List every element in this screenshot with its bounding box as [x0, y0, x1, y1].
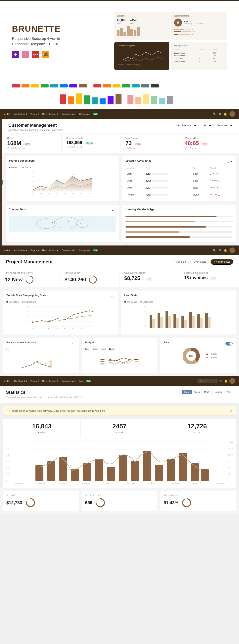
svg-rect-72	[182, 316, 184, 328]
stats-nav-docs[interactable]: Documentation	[62, 380, 76, 382]
cm-filter-row: Latest Products USA December	[172, 123, 233, 128]
double-click-legend: Click Rate Impressions	[6, 301, 115, 303]
svg-rect-66	[158, 313, 160, 328]
new-projects-donut	[25, 275, 34, 284]
sales-icon: ↗	[116, 431, 117, 434]
svg-rect-81	[50, 364, 52, 367]
hero-section: BRUNETTE Responsive Boostrap 4 Admin Das…	[0, 0, 239, 109]
pm-search-icon[interactable]: 🔍	[213, 249, 216, 252]
risk-donut-svg: Risk	[179, 348, 203, 364]
budget-more[interactable]: ···	[152, 342, 154, 345]
svg-rect-64	[150, 315, 152, 328]
svg-text:100: 100	[27, 306, 30, 308]
period-today-btn[interactable]: Today	[182, 390, 192, 394]
cm-nav-docs[interactable]: Documentation	[62, 113, 76, 115]
double-click-chart-svg: 100 75 50 25 Sun Mon Tue Wed Thu	[6, 305, 115, 330]
pm-balance-card: Balance Sheet Statistics × + 50 42	[3, 338, 79, 373]
period-filter[interactable]: December	[214, 123, 233, 128]
pm-lead-stats-card: Lead Stats ··· Win Leads Lost Leads 500 …	[121, 290, 236, 334]
products-filter[interactable]: Latest Products	[172, 123, 197, 128]
pm-nav-docs[interactable]: Documentation	[62, 249, 76, 252]
preview-card-table: Manage Users NameStatusScore Joseph Lars…	[172, 42, 227, 70]
balance-close[interactable]: +	[74, 342, 75, 345]
stats-nav-log[interactable]: Log	[79, 380, 83, 382]
cm-nav-ui[interactable]: User Interface ▼	[42, 113, 59, 115]
pm-nav-application[interactable]: Application ▼	[14, 249, 28, 252]
svg-text:Thu: Thu	[64, 328, 67, 330]
cm-changelog-badge: 3.9	[93, 113, 98, 115]
lead-stats-more[interactable]: ···	[231, 295, 233, 298]
cm-nav-items: Application ▼ Pages ▼ User Interface ▼ D…	[14, 113, 209, 115]
stats-nav-ui[interactable]: User Interface ▼	[42, 380, 59, 382]
cm-avatar[interactable]	[230, 111, 235, 117]
region-filter[interactable]: USA	[198, 123, 212, 128]
stats-settings-icon[interactable]: ⚙	[220, 380, 222, 382]
alert-close-button[interactable]: ✕	[230, 409, 232, 413]
period-year-btn[interactable]: Year	[224, 390, 233, 394]
gender-age-title: Users by Gender & Age	[126, 208, 154, 211]
hero-content: BRUNETTE Responsive Boostrap 4 Admin Das…	[0, 1, 239, 81]
pm-avatar[interactable]	[230, 248, 235, 253]
lead-stats-chart-svg: 500 400 300 200 100 0	[124, 305, 233, 330]
svg-text:400: 400	[144, 310, 146, 312]
compare-button[interactable]: Compare	[173, 259, 189, 264]
svg-rect-98	[119, 455, 127, 481]
cm-nav-changelog[interactable]: Changelog	[79, 113, 90, 115]
stats-bell-icon[interactable]: 🔔	[224, 380, 228, 382]
cm-stat-contacts: New Contacts 73 -0.8% 190 Targeted	[121, 134, 180, 153]
cm-search-icon[interactable]: 🔍	[213, 112, 216, 116]
cm-nav-application[interactable]: Application ▼	[14, 113, 28, 115]
svg-rect-92	[48, 461, 55, 481]
new-project-button[interactable]: + New Projects	[210, 259, 233, 264]
svg-rect-91	[36, 465, 44, 481]
cm-main: Customer Management Questions about onbo…	[2, 119, 239, 246]
stats-search-input[interactable]	[198, 379, 218, 383]
period-quarter-btn[interactable]: Quarter	[212, 390, 224, 394]
stats-alert-text: You're profile is waiting to be activate…	[12, 410, 106, 412]
pm-nav-pages[interactable]: Pages ▼	[30, 249, 40, 252]
period-month-btn[interactable]: Month	[202, 390, 212, 394]
svg-text:300: 300	[144, 315, 146, 317]
pm-settings-icon[interactable]: ⚙	[219, 249, 221, 252]
pm-nav-icons: 🔍 ⚙ 🔔	[213, 248, 235, 253]
svg-rect-0	[60, 94, 66, 104]
risk-toggle[interactable]	[226, 342, 233, 346]
cm-nav-pages[interactable]: Pages ▼	[30, 113, 40, 115]
gender-age-more[interactable]: ···	[231, 210, 233, 212]
svg-text:20: 20	[32, 176, 34, 178]
a2-dot	[93, 348, 94, 350]
svg-point-111	[183, 499, 190, 507]
cm-nav-icons: 🔍 ⚙ 🔔	[213, 111, 235, 117]
pm-lead-stats-title: Lead Stats	[124, 294, 138, 297]
my-projects-button[interactable]: My Projects	[190, 259, 209, 264]
hero-subtitle: Responsive Boostrap 4 Admin Dashboard Te…	[12, 36, 106, 47]
npm-icon: npm	[32, 51, 39, 58]
stats-nav-dashboard[interactable]: Dashboard ▼	[14, 380, 28, 382]
desktop-dot	[9, 166, 10, 168]
svg-point-35	[52, 222, 53, 223]
cm-bell-icon[interactable]: 🔔	[224, 112, 227, 116]
pm-bell-icon[interactable]: 🔔	[224, 249, 227, 252]
cm-learn-more-link[interactable]: Learn more.	[51, 129, 64, 132]
balance-expand[interactable]: ×	[72, 342, 73, 345]
stats-avatar[interactable]	[230, 378, 235, 384]
svg-rect-102	[167, 459, 175, 481]
pm-nav-ui[interactable]: User Interface ▼	[42, 249, 59, 252]
period-week-btn[interactable]: Week	[192, 390, 202, 394]
pm-nav-changelog[interactable]: Changelog	[79, 249, 90, 252]
alert-icon: ⓘ	[6, 409, 10, 413]
svg-text:x1: x1	[32, 192, 34, 194]
cm-settings-icon[interactable]: ⚙	[219, 112, 221, 116]
table-row: Views 5,623 53,637	[126, 184, 233, 191]
svg-rect-5	[100, 98, 106, 104]
pm-page-header: Project Management Compare My Projects +…	[0, 255, 239, 269]
pm-page-title: Project Management	[6, 259, 53, 264]
pm-kpi-row: NEW PROJECTS THIS MONTH 12 New ACTIVE BU…	[0, 269, 239, 287]
stats-kpi-views: 16,843 ● Views	[3, 419, 81, 438]
win-leads-dot	[124, 301, 126, 303]
pm-bottom-row: Balance Sheet Statistics × + 50 42 Budge…	[0, 338, 239, 376]
svg-rect-10	[144, 94, 150, 104]
leads-badge: +12.5%	[85, 142, 94, 145]
stats-nav-items: Dashboard ▼ Pages ▼ User Interface ▼ Doc…	[14, 380, 194, 382]
stats-nav-pages[interactable]: Pages ▼	[30, 380, 40, 382]
